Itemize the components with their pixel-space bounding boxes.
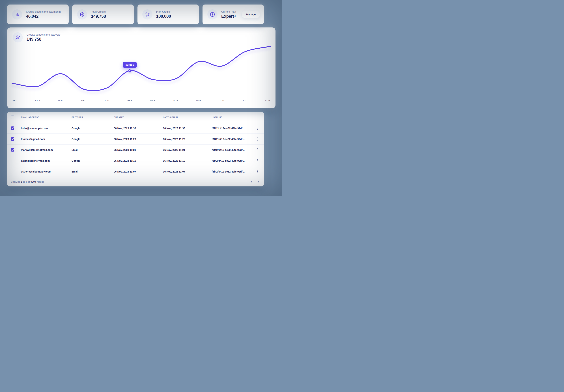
x-axis-label: JUL [243,99,247,102]
row-checkbox[interactable] [11,137,14,141]
chart-tooltip: 13,956 [123,62,137,68]
table-row[interactable]: examplejosh@mail.com Google 06 Nov, 2023… [7,155,264,166]
trend-sparkline-icon [13,32,23,42]
column-header-user-uid: USER UID [212,116,255,118]
chart-total-value: 149,758 [27,37,60,42]
stat-card-plan-credits: Plan Credits 100,000 [138,4,199,24]
credits-usage-chart-card: Credits usage in the last year 149,758 1… [7,28,276,108]
stat-label: Current Plan [221,10,237,13]
created-cell: 06 Nov, 2023 11:07 [114,170,163,173]
provider-cell: Email [71,149,114,151]
table-row[interactable]: markwilliam@hotmail.com Email 06 Nov, 20… [7,144,264,155]
credits-line-chart [7,44,276,103]
stat-value: 100,000 [156,14,171,19]
x-axis-label: NOV [58,99,63,102]
svg-text:$: $ [212,13,213,16]
last-sign-in-cell: 06 Nov, 2023 11:07 [163,170,212,173]
stat-card-current-plan: $ Current Plan Expert+ Manage [202,4,264,24]
email-cell: hello@simmmple.com [21,127,71,130]
table-row[interactable]: thomas@gmail.com Google 06 Nov, 2023 11:… [7,134,264,144]
row-actions-menu-icon[interactable] [255,158,260,164]
row-actions-menu-icon[interactable] [255,147,260,153]
row-checkbox[interactable] [11,170,14,173]
stat-label: Credits used in the last month [26,10,61,13]
created-cell: 06 Nov, 2023 11:21 [114,149,163,151]
table-header-row: EMAIL ADDRESS PROVIDER CREATED LAST SIGN… [7,112,264,123]
row-checkbox[interactable] [11,159,14,162]
stat-value: 149,758 [91,14,106,19]
user-uid-cell: f3f42fc419-ce32-49fc-92df... [212,127,255,130]
results-summary: Showing 1 to 7 of 9794 results [11,181,44,183]
x-axis-label: JAN [104,99,109,102]
row-actions-menu-icon[interactable] [255,136,260,142]
x-axis-label: SEP [13,99,17,102]
x-axis-label: AUG [265,99,270,102]
row-actions-menu-icon[interactable] [255,168,260,175]
row-checkbox[interactable] [11,126,14,130]
table-body: hello@simmmple.com Google 06 Nov, 2023 1… [7,123,264,177]
column-header-email: EMAIL ADDRESS [21,116,71,118]
chart-title: Credits usage in the last year [27,33,60,36]
x-axis-label: OCT [35,99,40,102]
provider-cell: Google [71,138,114,140]
created-cell: 06 Nov, 2023 11:19 [114,159,163,162]
provider-cell: Google [71,159,114,162]
stat-card-total-credits: Total Credits 149,758 [72,4,134,24]
stat-cards-row: Credits used in the last month 46,042 To… [7,4,264,24]
credits-line-path [12,46,270,91]
user-uid-cell: f3f42fc419-ce32-49fc-92df... [212,149,255,151]
row-actions-menu-icon[interactable] [255,125,260,131]
last-sign-in-cell: 06 Nov, 2023 11:29 [163,138,212,140]
stat-label: Plan Credits [156,10,171,13]
provider-cell: Google [71,127,114,130]
table-row[interactable]: hello@simmmple.com Google 06 Nov, 2023 1… [7,123,264,134]
row-checkbox[interactable] [11,148,14,152]
x-axis-label: MAR [150,99,155,102]
x-axis-label: APR [173,99,178,102]
x-axis: SEPOCTNOVDECJANFEBMARAPRMAYJUNJULAUG [7,99,276,103]
column-header-created: CREATED [114,116,163,118]
email-cell: markwilliam@hotmail.com [21,149,71,151]
x-axis-label: FEB [127,99,132,102]
users-table-card: EMAIL ADDRESS PROVIDER CREATED LAST SIGN… [7,112,264,186]
x-axis-label: MAY [196,99,201,102]
created-cell: 06 Nov, 2023 11:29 [114,138,163,140]
last-sign-in-cell: 06 Nov, 2023 11:21 [163,149,212,151]
stat-label: Total Credits [91,10,106,13]
last-sign-in-cell: 06 Nov, 2023 11:19 [163,159,212,162]
email-cell: esthera@aicompany.com [21,170,71,173]
box-icon [77,9,87,19]
column-header-provider: PROVIDER [71,116,114,118]
user-uid-cell: f3f42fc419-ce32-49fc-92df... [212,170,255,173]
bar-chart-icon [12,9,22,19]
x-axis-label: DEC [81,99,86,102]
user-uid-cell: f3f42fc419-ce32-49fc-92df... [212,138,255,140]
select-all-checkbox[interactable] [11,115,14,119]
previous-page-button[interactable] [249,179,254,184]
last-sign-in-cell: 06 Nov, 2023 11:33 [163,127,212,130]
cpu-icon [142,9,153,19]
table-row[interactable]: esthera@aicompany.com Email 06 Nov, 2023… [7,166,264,177]
provider-cell: Email [71,170,114,173]
email-cell: thomas@gmail.com [21,138,71,140]
x-axis-label: JUN [219,99,224,102]
stat-card-credits-used: Credits used in the last month 46,042 [7,4,69,24]
next-page-button[interactable] [256,179,260,184]
dollar-icon: $ [207,9,217,19]
column-header-last-sign-in: LAST SIGN IN [163,116,212,118]
table-footer: Showing 1 to 7 of 9794 results [7,177,264,186]
manage-plan-button[interactable]: Manage [241,11,260,18]
email-cell: examplejosh@mail.com [21,159,71,162]
stat-value: Expert+ [221,14,237,19]
chart-point-marker [128,69,131,72]
stat-value: 46,042 [26,14,61,19]
created-cell: 06 Nov, 2023 11:33 [114,127,163,130]
user-uid-cell: f3f42fc419-ce32-49fc-92df... [212,159,255,162]
